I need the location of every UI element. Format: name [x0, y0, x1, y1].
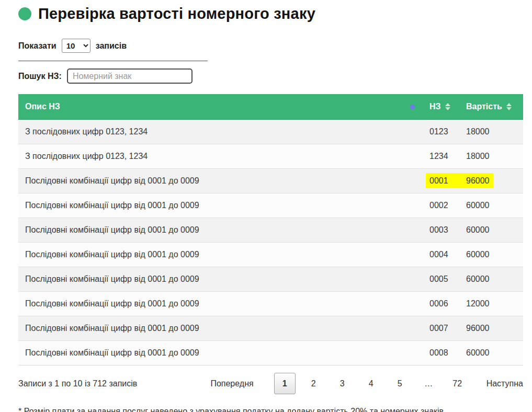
pagination-page-2[interactable]: 2: [303, 373, 324, 394]
cell-plate: 0001: [423, 169, 459, 193]
sort-arrows-icon: [445, 103, 450, 110]
table-row: Послідовні комбінації цифр від 0001 до 0…: [18, 316, 523, 341]
cell-description: Послідовні комбінації цифр від 0001 до 0…: [18, 218, 423, 243]
section-divider: [18, 61, 208, 61]
search-control: Пошук НЗ:: [18, 68, 523, 84]
column-header-plate[interactable]: НЗ: [423, 94, 459, 120]
cell-value: 60000: [459, 341, 523, 365]
cell-value: 12000: [459, 292, 523, 316]
table-row: Послідовні комбінації цифр від 0001 до 0…: [18, 267, 523, 292]
table-row: Послідовні комбінації цифр від 0001 до 0…: [18, 292, 523, 316]
records-info: Записи з 1 по 10 із 712 записів: [18, 379, 137, 388]
cell-description: Послідовні комбінації цифр від 0001 до 0…: [18, 169, 423, 193]
pagination-page-72[interactable]: 72: [447, 373, 468, 394]
cell-description: Послідовні комбінації цифр від 0001 до 0…: [18, 292, 423, 316]
table-row: З послідовних цифр 0123, 1234012318000: [18, 120, 523, 144]
page-header: Перевірка вартості номерного знаку: [18, 5, 523, 22]
entries-label: записів: [96, 41, 127, 51]
column-header-value[interactable]: Вартість: [459, 94, 523, 120]
table-row: Послідовні комбінації цифр від 0001 до 0…: [18, 341, 523, 365]
table-body: З послідовних цифр 0123, 1234012318000З …: [18, 120, 523, 365]
table-row: З послідовних цифр 0123, 1234123418000: [18, 144, 523, 169]
search-label: Пошук НЗ:: [18, 72, 62, 81]
pagination-next-button[interactable]: Наступна: [477, 374, 523, 394]
cell-plate: 0006: [423, 292, 459, 316]
pagination-page-5[interactable]: 5: [389, 373, 411, 394]
footnote-marker-icon: [410, 105, 415, 109]
column-header-value-label: Вартість: [466, 102, 502, 111]
cell-plate: 0007: [423, 316, 459, 341]
search-highlight: 96000: [462, 173, 493, 188]
pagination-ellipsis: …: [418, 373, 439, 394]
pagination-page-3[interactable]: 3: [332, 373, 353, 394]
sort-arrows-icon: [506, 103, 512, 110]
cell-plate: 0004: [423, 243, 459, 267]
cell-plate: 0123: [423, 120, 459, 144]
page-length-select[interactable]: 10: [62, 39, 90, 53]
cell-value: 96000: [459, 316, 523, 341]
cell-value: 18000: [459, 144, 523, 169]
cell-description: Послідовні комбінації цифр від 0001 до 0…: [18, 243, 423, 267]
cell-description: Послідовні комбінації цифр від 0001 до 0…: [18, 316, 423, 341]
cell-description: З послідовних цифр 0123, 1234: [18, 120, 423, 144]
vat-footnote: * Розмір плати за надання послуг наведен…: [18, 407, 523, 412]
search-highlight: 0001: [426, 173, 464, 188]
cell-description: Послідовні комбінації цифр від 0001 до 0…: [18, 267, 423, 292]
plates-table: Опис НЗ НЗ Вартість З: [18, 94, 523, 365]
cell-value: 96000: [459, 169, 523, 193]
column-header-plate-label: НЗ: [429, 102, 441, 111]
table-row: Послідовні комбінації цифр від 0001 до 0…: [18, 193, 523, 218]
cell-value: 18000: [459, 120, 523, 144]
column-header-description-label: Опис НЗ: [25, 102, 60, 111]
cell-value: 60000: [459, 193, 523, 218]
pagination: Попередня 12345…72 Наступна: [201, 373, 523, 394]
page-length-control: Показати 10 записів: [18, 39, 523, 53]
table-footer: Записи з 1 по 10 із 712 записів Попередн…: [18, 373, 523, 394]
cell-description: З послідовних цифр 0123, 1234: [18, 144, 423, 169]
show-label: Показати: [18, 41, 56, 51]
cell-plate: 0002: [423, 193, 459, 218]
table-row: Послідовні комбінації цифр від 0001 до 0…: [18, 243, 523, 267]
column-header-description[interactable]: Опис НЗ: [18, 94, 423, 120]
pagination-previous-button[interactable]: Попередня: [201, 374, 263, 394]
page-title: Перевірка вартості номерного знаку: [38, 5, 315, 22]
table-header: Опис НЗ НЗ Вартість: [18, 94, 523, 120]
cell-plate: 0005: [423, 267, 459, 292]
pagination-pages: 12345…72: [270, 373, 472, 394]
cell-value: 60000: [459, 267, 523, 292]
cell-description: Послідовні комбінації цифр від 0001 до 0…: [18, 193, 423, 218]
cell-value: 60000: [459, 243, 523, 267]
cell-plate: 1234: [423, 144, 459, 169]
title-bullet-icon: [18, 7, 31, 20]
search-input[interactable]: [67, 68, 193, 84]
pagination-page-1[interactable]: 1: [274, 373, 296, 394]
cell-value: 60000: [459, 218, 523, 243]
page-container: Перевірка вартості номерного знаку Показ…: [0, 0, 532, 412]
table-row: Послідовні комбінації цифр від 0001 до 0…: [18, 218, 523, 243]
table-row: Послідовні комбінації цифр від 0001 до 0…: [18, 169, 523, 193]
cell-description: Послідовні комбінації цифр від 0001 до 0…: [18, 341, 423, 365]
cell-plate: 0003: [423, 218, 459, 243]
pagination-page-4[interactable]: 4: [360, 373, 382, 394]
cell-plate: 0008: [423, 341, 459, 365]
